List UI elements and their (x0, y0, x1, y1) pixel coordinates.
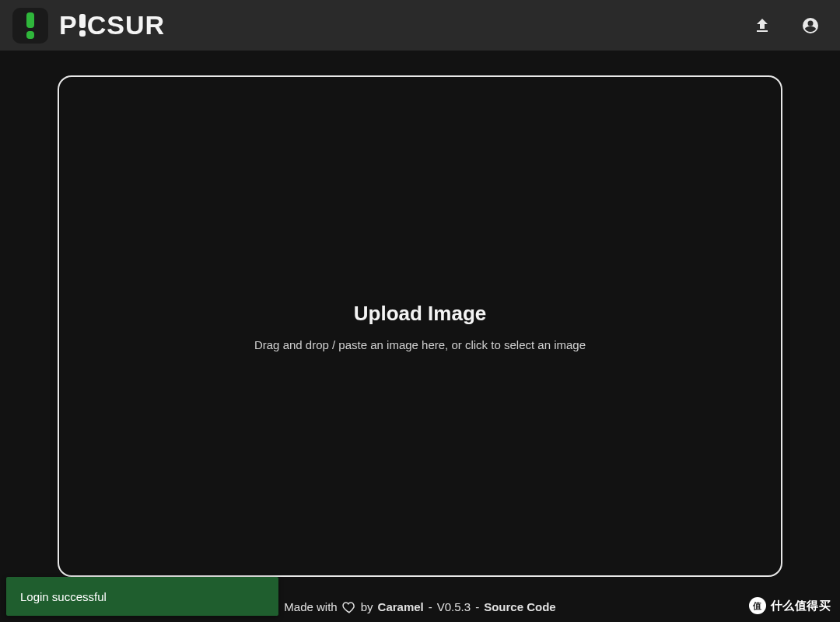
brand-logo-icon (12, 8, 48, 44)
watermark-text: 什么值得买 (771, 599, 831, 613)
toast-notification[interactable]: Login successful (6, 577, 278, 616)
account-icon[interactable] (800, 15, 821, 37)
watermark-badge-icon: 值 (749, 597, 766, 614)
upload-dropzone[interactable]: Upload Image Drag and drop / paste an im… (58, 75, 782, 577)
brand[interactable]: P CSUR (12, 8, 165, 44)
footer-source-link[interactable]: Source Code (484, 600, 556, 613)
footer-sep: - (429, 600, 432, 613)
upload-icon[interactable] (751, 15, 773, 37)
brand-wordmark: P CSUR (59, 10, 165, 40)
footer-made-with: Made with (284, 600, 337, 613)
watermark: 值 什么值得买 (749, 597, 831, 614)
footer-version: V0.5.3 (437, 600, 471, 613)
toast-message: Login successful (20, 590, 107, 603)
dropzone-hint: Drag and drop / paste an image here, or … (254, 338, 586, 351)
footer-by: by (361, 600, 373, 613)
header-actions (751, 15, 821, 37)
app-header: P CSUR (0, 0, 840, 51)
main-content: Upload Image Drag and drop / paste an im… (0, 51, 840, 622)
dropzone-title: Upload Image (354, 302, 486, 326)
heart-icon (342, 599, 356, 613)
footer-author-link[interactable]: Caramel (378, 600, 424, 613)
footer-sep: - (475, 600, 479, 613)
